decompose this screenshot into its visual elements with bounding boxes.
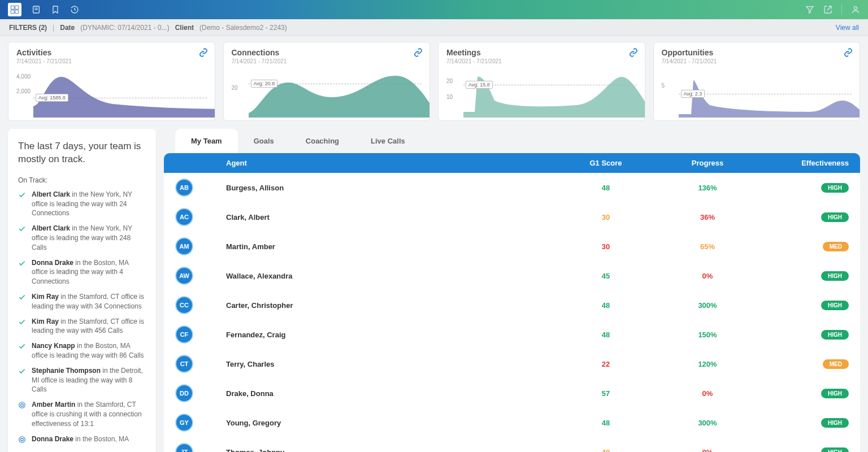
kpi-cards-row: Activities 7/14/2021 - 7/21/2021 4,0002,… — [0, 36, 868, 121]
filter-icon[interactable] — [805, 5, 814, 14]
effectiveness-badge: HIGH — [821, 418, 849, 428]
avatar: CF — [175, 325, 193, 344]
export-icon[interactable] — [823, 5, 832, 14]
filters-count[interactable]: FILTERS (2) — [9, 24, 47, 32]
g1-score: 57 — [555, 389, 657, 398]
summary-panel: The last 7 days, your team is mostly on … — [8, 129, 156, 452]
g1-score: 48 — [555, 184, 657, 192]
kpi-range: 7/14/2021 - 7/21/2021 — [446, 58, 637, 64]
avatar: CC — [175, 296, 193, 314]
g1-score: 45 — [555, 272, 657, 280]
agent-name: Burgess, Allison — [226, 184, 555, 192]
table-body: AB Burgess, Allison 48 136% HIGH AC Clar… — [164, 173, 860, 452]
summary-item: Donna Drake in the Boston, MA — [18, 434, 146, 446]
link-icon[interactable] — [629, 48, 638, 59]
app-logo[interactable] — [8, 3, 21, 16]
summary-item: Albert Clark in the New York, NY office … — [18, 190, 146, 218]
check-icon — [18, 293, 27, 311]
table-row[interactable]: CT Terry, Charles 22 120% MED — [164, 349, 860, 379]
history-icon[interactable] — [70, 5, 79, 14]
kpi-card-activities[interactable]: Activities 7/14/2021 - 7/21/2021 4,0002,… — [8, 42, 215, 121]
summary-list: Albert Clark in the New York, NY office … — [18, 190, 146, 446]
bookmark-icon[interactable] — [51, 5, 60, 14]
summary-title: The last 7 days, your team is mostly on … — [18, 140, 146, 166]
effectiveness-badge: HIGH — [821, 183, 849, 193]
g1-score: 48 — [555, 301, 657, 310]
area-chart — [679, 72, 861, 118]
summary-item: Stephanie Thompson in the Detroit, MI of… — [18, 366, 146, 394]
th-agent[interactable]: Agent — [226, 159, 555, 167]
filter-date-value[interactable]: (DYNAMIC: 07/14/2021 - 0...) — [80, 24, 169, 32]
link-icon[interactable] — [844, 48, 853, 59]
table-row[interactable]: AB Burgess, Allison 48 136% HIGH — [164, 173, 860, 202]
table-row[interactable]: AM Martin, Amber 30 65% MED — [164, 232, 860, 261]
avatar: CT — [175, 355, 193, 373]
kpi-card-connections[interactable]: Connections 7/14/2021 - 7/21/2021 20 Avg… — [223, 42, 431, 121]
progress-value: 65% — [657, 242, 758, 251]
effectiveness-badge: MED — [823, 359, 849, 369]
kpi-range: 7/14/2021 - 7/21/2021 — [232, 58, 422, 64]
link-icon[interactable] — [199, 48, 208, 59]
avatar: AW — [175, 267, 193, 285]
avatar: GY — [175, 414, 193, 432]
user-icon[interactable] — [851, 5, 860, 14]
notes-icon[interactable] — [32, 5, 41, 14]
link-icon[interactable] — [414, 48, 423, 59]
table-row[interactable]: JT Thomas, Johnny 40 0% HIGH — [164, 437, 860, 452]
summary-section-label: On Track: — [18, 176, 146, 184]
table-row[interactable]: CF Fernandez, Craig 48 150% HIGH — [164, 320, 860, 349]
filter-client-label: Client — [175, 24, 194, 32]
summary-item: Donna Drake in the Boston, MA office is … — [18, 258, 146, 286]
progress-value: 0% — [657, 272, 758, 280]
avg-label: Avg: 15.8 — [466, 81, 493, 89]
kpi-title: Activities — [16, 48, 207, 57]
summary-item: Albert Clark in the New York, NY office … — [18, 224, 146, 252]
tab-live calls[interactable]: Live Calls — [355, 129, 421, 153]
table-row[interactable]: AC Clark, Albert 30 36% HIGH — [164, 202, 860, 232]
progress-value: 120% — [657, 360, 758, 368]
tab-coaching[interactable]: Coaching — [290, 129, 355, 153]
tab-my team[interactable]: My Team — [175, 129, 238, 153]
progress-value: 300% — [657, 419, 758, 427]
g1-score: 22 — [555, 360, 657, 368]
svg-point-7 — [19, 436, 25, 442]
check-icon — [18, 259, 27, 286]
check-icon — [18, 225, 27, 252]
tabs-row: My TeamGoalsCoachingLive Calls — [175, 129, 860, 153]
kpi-range: 7/14/2021 - 7/21/2021 — [16, 58, 207, 64]
effectiveness-badge: MED — [823, 242, 849, 251]
svg-marker-3 — [806, 7, 813, 13]
table-row[interactable]: DD Drake, Donna 57 0% HIGH — [164, 379, 860, 408]
th-progress[interactable]: Progress — [657, 159, 758, 167]
kpi-card-meetings[interactable]: Meetings 7/14/2021 - 7/21/2021 2010 Avg:… — [438, 42, 645, 121]
check-icon — [18, 367, 27, 394]
kpi-title: Meetings — [446, 48, 637, 57]
th-effectiveness[interactable]: Effectiveness — [758, 159, 849, 167]
avatar: AB — [175, 179, 193, 197]
filter-client-value[interactable]: (Demo - Salesdemo2 - 2243) — [199, 24, 287, 32]
effectiveness-badge: HIGH — [821, 301, 849, 310]
table-row[interactable]: GY Young, Gregory 48 300% HIGH — [164, 408, 860, 437]
agent-name: Martin, Amber — [226, 242, 555, 251]
summary-item: Nancy Knapp in the Boston, MA office is … — [18, 341, 146, 360]
agent-name: Fernandez, Craig — [226, 331, 555, 339]
avg-label: Avg: 2.3 — [681, 90, 705, 98]
filter-bar: FILTERS (2) | Date (DYNAMIC: 07/14/2021 … — [0, 19, 868, 36]
check-icon — [18, 191, 27, 218]
agent-name: Young, Gregory — [226, 419, 555, 427]
table-row[interactable]: AW Wallace, Alexandra 45 0% HIGH — [164, 261, 860, 290]
check-icon — [18, 318, 27, 336]
view-all-link[interactable]: View all — [836, 24, 859, 32]
g1-score: 48 — [555, 331, 657, 339]
table-row[interactable]: CC Carter, Christopher 48 300% HIGH — [164, 290, 860, 320]
team-table-panel: My TeamGoalsCoachingLive Calls Agent G1 … — [164, 129, 860, 452]
agent-name: Drake, Donna — [226, 389, 555, 398]
agent-name: Terry, Charles — [226, 360, 555, 368]
svg-point-8 — [21, 438, 24, 441]
avatar: JT — [175, 443, 193, 452]
tab-goals[interactable]: Goals — [238, 129, 290, 153]
th-score[interactable]: G1 Score — [555, 159, 657, 167]
effectiveness-badge: HIGH — [821, 271, 849, 281]
effectiveness-badge: HIGH — [821, 212, 849, 222]
kpi-card-opportunities[interactable]: Opportunities 7/14/2021 - 7/21/2021 5 Av… — [653, 42, 861, 121]
